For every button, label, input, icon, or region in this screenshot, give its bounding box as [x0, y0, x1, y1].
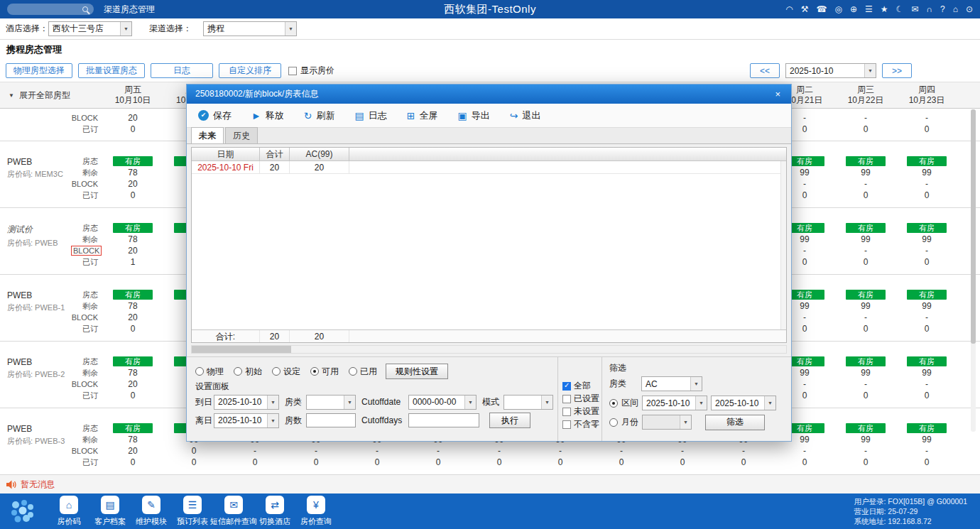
customer-profile-menu-item[interactable]: ▤客户档案: [89, 496, 131, 527]
filter-button[interactable]: 筛选: [705, 415, 765, 430]
release-button[interactable]: ►释放: [251, 109, 284, 122]
status-cell[interactable]: 200: [102, 109, 163, 141]
hotel-select[interactable]: 西软十三号店 ▼: [48, 21, 132, 36]
global-search-input[interactable]: [7, 4, 94, 15]
status-cell[interactable]: -0: [835, 109, 896, 141]
date-column-header[interactable]: 周四10月23日: [896, 82, 957, 108]
rate-code-menu-item[interactable]: ⌂房价码: [48, 496, 89, 527]
night-mode-icon[interactable]: ☾: [896, 5, 904, 13]
arrive-date-select[interactable]: 2025-10-10 ▼: [214, 395, 279, 410]
tools-icon[interactable]: ⚒: [801, 5, 809, 13]
month-radio[interactable]: [609, 418, 618, 427]
power-icon[interactable]: ⊙: [966, 5, 973, 13]
status-cell[interactable]: 有房99-0: [835, 342, 896, 408]
mode-radio-1[interactable]: 初始: [234, 366, 262, 378]
dialog-tab-history[interactable]: 历史: [225, 127, 258, 143]
date-column-header[interactable]: 周三10月22日: [835, 82, 896, 108]
menu-icon[interactable]: ☰: [865, 5, 873, 13]
prev-date-button[interactable]: <<: [750, 63, 780, 78]
mode-radio-3[interactable]: 可用: [310, 366, 339, 378]
room-class-select[interactable]: ▼: [306, 395, 356, 410]
status-cell[interactable]: 有房99-0: [835, 141, 896, 207]
grid-vertical-scrollbar[interactable]: [971, 109, 976, 432]
dialog-table-scrollbar[interactable]: [780, 161, 786, 329]
home-icon[interactable]: ⌂: [953, 5, 958, 13]
switch-hotel-menu-item[interactable]: ⇄切换酒店: [254, 496, 295, 527]
cutoffdays-input[interactable]: [408, 413, 479, 427]
physical-room-type-button[interactable]: 物理房型选择: [6, 63, 72, 78]
phone-icon[interactable]: ☎: [817, 5, 827, 13]
batch-set-status-button[interactable]: 批量设置房态: [78, 63, 145, 78]
column-header-date[interactable]: 日期: [192, 148, 260, 160]
mode-radio-4[interactable]: 已用: [349, 366, 377, 378]
dialog-titlebar[interactable]: 2508180002/新的block/房表信息 ×: [187, 84, 791, 104]
date-select[interactable]: 2025-10-10 ▼: [785, 63, 876, 78]
depart-date-select[interactable]: 2025-10-10 ▼: [214, 413, 279, 428]
save-button[interactable]: ✔保存: [198, 109, 232, 122]
maintenance-menu-item[interactable]: ✎维护模块: [131, 496, 172, 527]
filter-checkbox-3[interactable]: 不含零: [562, 418, 600, 430]
status-cell[interactable]: 有房99-0: [896, 141, 957, 207]
range-from-select[interactable]: 2025-10-10 ▼: [642, 396, 707, 410]
globe-icon[interactable]: ⊕: [850, 5, 857, 13]
dialog-horizontal-scrollbar[interactable]: [191, 345, 787, 354]
mode-select[interactable]: ▼: [503, 395, 553, 410]
filter-checkbox-1[interactable]: 已设置: [562, 393, 600, 405]
show-price-toggle[interactable]: 显示房价: [288, 65, 334, 77]
mail-icon[interactable]: ✉: [911, 5, 918, 13]
log-button[interactable]: ▤日志: [355, 109, 387, 122]
room-count-input[interactable]: [306, 413, 356, 427]
status-cell[interactable]: 有房99-0: [896, 342, 957, 408]
status-cell[interactable]: -0: [896, 109, 957, 141]
status-cell[interactable]: 有房99-0: [896, 275, 957, 341]
next-date-button[interactable]: >>: [882, 63, 912, 78]
close-icon[interactable]: ×: [773, 89, 783, 99]
rule-settings-button[interactable]: 规则性设置: [386, 364, 448, 379]
search-globe-icon[interactable]: ◎: [834, 5, 842, 13]
range-radio[interactable]: [609, 399, 618, 408]
status-cell[interactable]: 有房78200: [102, 342, 163, 408]
status-cell[interactable]: 有房78200: [102, 408, 163, 474]
expand-all-room-types[interactable]: ▼ 展开全部房型: [0, 82, 102, 108]
support-icon[interactable]: ∩: [926, 5, 932, 13]
filter-checkbox-0[interactable]: 全部: [562, 380, 600, 392]
block-table-row[interactable]: 2025-10-10 Fri2020: [192, 161, 786, 174]
filter-checkbox-2[interactable]: 未设置: [562, 405, 600, 418]
custom-sort-button[interactable]: 自定义排序: [219, 63, 281, 78]
refresh-button[interactable]: ↻刷新: [304, 109, 335, 122]
export-button[interactable]: ▣导出: [458, 109, 490, 122]
fullscreen-button[interactable]: ⊞全屏: [407, 109, 438, 122]
status-cell[interactable]: 有房99-0: [835, 275, 896, 341]
status-cell[interactable]: 有房78200: [102, 275, 163, 341]
log-button[interactable]: 日志: [151, 63, 213, 78]
dialog-tab-future[interactable]: 未来: [191, 127, 224, 143]
show-price-checkbox[interactable]: [288, 67, 297, 75]
star-icon[interactable]: ★: [881, 5, 888, 13]
wifi-icon[interactable]: ◠: [785, 5, 793, 13]
mode-radio-2[interactable]: 设定: [272, 366, 300, 378]
status-cell[interactable]: 有房99-0: [896, 208, 957, 274]
checkbox-icon: [562, 395, 571, 403]
scrollbar-thumb[interactable]: [971, 109, 976, 344]
range-to-select[interactable]: 2025-10-10 ▼: [711, 396, 776, 410]
sms-email-query-menu-item[interactable]: ✉短信邮件查询: [213, 496, 254, 527]
execute-button[interactable]: 执行: [489, 413, 530, 428]
date-column-header[interactable]: 周五10月10日: [102, 82, 163, 108]
help-icon[interactable]: ?: [940, 5, 945, 13]
rate-query-menu-item[interactable]: ¥房价查询: [295, 496, 337, 527]
filter-roomclass-select[interactable]: AC ▼: [641, 376, 702, 391]
column-header-total[interactable]: 合计: [260, 148, 290, 160]
status-cell[interactable]: 有房99-0: [896, 408, 957, 474]
mode-radio-0[interactable]: 物理: [195, 366, 224, 378]
status-cell[interactable]: 有房78201: [102, 208, 163, 274]
cutoffdate-select[interactable]: 0000-00-00 ▼: [408, 395, 477, 410]
column-header-ac[interactable]: AC(99): [290, 148, 349, 160]
status-cell[interactable]: 有房99-0: [835, 408, 896, 474]
channel-select[interactable]: 携程 ▼: [203, 21, 297, 36]
month-select[interactable]: ▼: [642, 415, 692, 430]
booking-list-menu-item[interactable]: ☰预订列表: [172, 496, 213, 527]
scrollbar-thumb[interactable]: [192, 346, 291, 353]
exit-button[interactable]: ↪退出: [510, 109, 541, 122]
status-cell[interactable]: 有房78200: [102, 141, 163, 207]
status-cell[interactable]: 有房99-0: [835, 208, 896, 274]
